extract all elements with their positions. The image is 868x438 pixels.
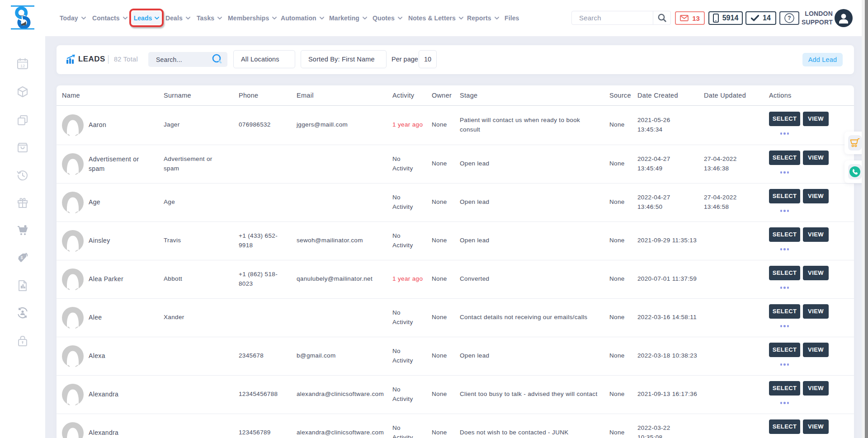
svg-text:12: 12 bbox=[20, 63, 25, 68]
svg-text:$: $ bbox=[20, 255, 23, 260]
svg-text:?: ? bbox=[788, 15, 791, 21]
